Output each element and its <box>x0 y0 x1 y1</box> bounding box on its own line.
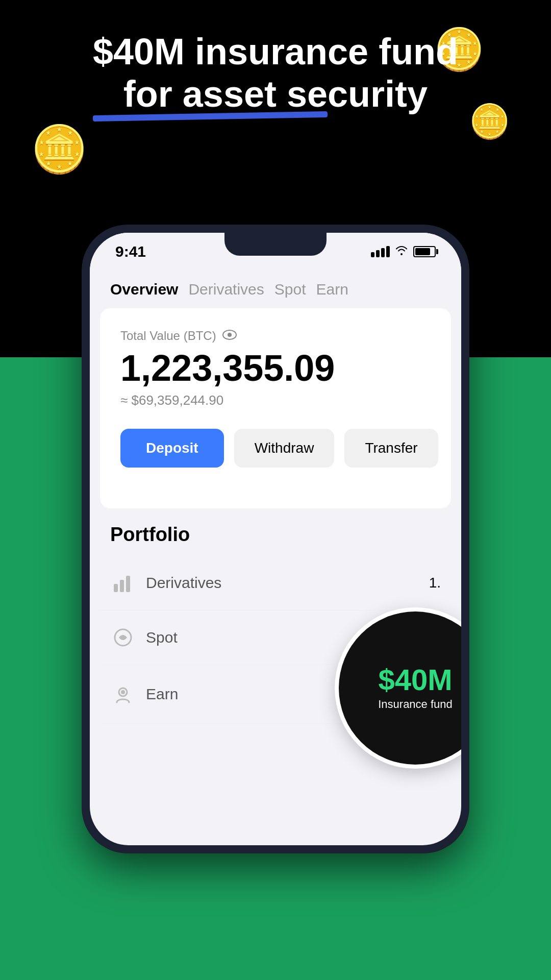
battery-fill <box>415 248 430 255</box>
derivatives-value: 1. <box>429 575 441 591</box>
total-value-label: Total Value (BTC) <box>120 329 431 343</box>
phone-mockup: 9:41 <box>82 225 469 853</box>
status-icons <box>371 245 436 258</box>
svg-rect-2 <box>114 584 118 592</box>
portfolio-title: Portfolio <box>90 524 461 546</box>
earn-label: Earn <box>146 685 354 703</box>
deposit-button[interactable]: Deposit <box>120 429 224 468</box>
spot-icon <box>110 625 136 650</box>
insurance-amount: $40M <box>378 665 452 695</box>
svg-point-1 <box>228 333 232 337</box>
portfolio-section: Portfolio Derivatives <box>90 524 461 724</box>
phone-screen: 9:41 <box>90 233 461 845</box>
eye-icon[interactable] <box>222 329 237 343</box>
action-buttons: Deposit Withdraw Transfer <box>120 429 431 468</box>
signal-bars-icon <box>371 246 390 257</box>
tab-earn[interactable]: Earn <box>316 276 359 303</box>
insurance-label: Insurance fund <box>378 698 453 711</box>
derivatives-label: Derivatives <box>146 574 429 592</box>
coin-decoration-left: 🪙 <box>31 122 88 176</box>
battery-icon <box>413 246 436 257</box>
header-line2: for asset security <box>123 74 428 114</box>
total-value-usd: ≈ $69,359,244.90 <box>120 393 431 408</box>
phone-outer-frame: 9:41 <box>82 225 469 853</box>
header-area: $40M insurance fund for asset security <box>0 31 551 115</box>
status-time: 9:41 <box>115 243 146 260</box>
wifi-icon <box>395 245 408 258</box>
total-value-amount: 1,223,355.09 <box>120 348 431 388</box>
phone-notch <box>224 233 327 256</box>
tab-spot[interactable]: Spot <box>274 276 316 303</box>
content-area: Total Value (BTC) 1,223,355.09 ≈ $69,359… <box>100 308 451 508</box>
nav-tabs: Overview Derivatives Spot Earn <box>90 265 461 308</box>
tab-derivatives[interactable]: Derivatives <box>188 276 274 303</box>
svg-rect-3 <box>120 580 124 592</box>
withdraw-button[interactable]: Withdraw <box>234 429 335 468</box>
header-title: $40M insurance fund for asset security <box>62 31 489 115</box>
header-line1: $40M insurance fund <box>93 31 458 72</box>
portfolio-item-derivatives[interactable]: Derivatives 1. <box>100 556 451 610</box>
earn-icon <box>110 681 136 707</box>
svg-point-7 <box>121 690 125 694</box>
tab-overview[interactable]: Overview <box>110 276 188 303</box>
svg-rect-4 <box>126 576 130 592</box>
transfer-button[interactable]: Transfer <box>344 429 438 468</box>
derivatives-icon <box>110 570 136 596</box>
